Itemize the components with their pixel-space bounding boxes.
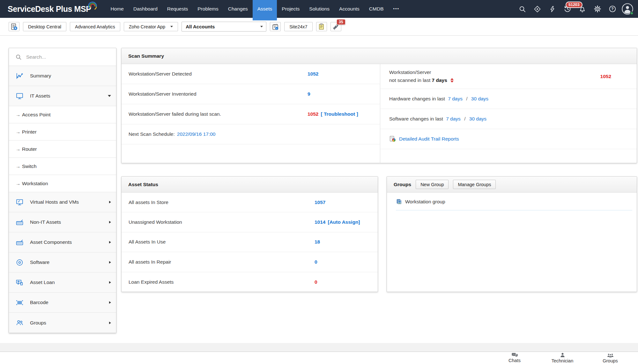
keyboard-icon	[15, 238, 24, 246]
accounts-filter-select[interactable]: All Accounts	[182, 22, 266, 32]
quick-actions-icon[interactable]	[545, 0, 560, 18]
auto-assign-link[interactable]: [Auto Assign]	[328, 219, 360, 225]
scan-schedule-info-button[interactable]	[270, 22, 281, 31]
zoho-creator-dropdown[interactable]: Zoho Creator App	[124, 22, 178, 31]
sidebar-item-it-assets[interactable]: IT Assets	[9, 86, 116, 106]
sidebar-item-label: Virtual Hosts and VMs	[30, 199, 79, 205]
sidebar-item-virtual-hosts[interactable]: Virtual Hosts and VMs	[9, 192, 116, 212]
unassigned-count-link[interactable]: 1014	[315, 219, 325, 225]
history-icon[interactable]: 51203	[560, 0, 575, 18]
scan-summary-left-column: Workstation/Server Detected 1052 Worksta…	[122, 64, 380, 163]
desktop-central-button[interactable]: Desktop Central	[23, 22, 66, 31]
clipboard-notes-button[interactable]	[316, 22, 327, 31]
chevron-right-icon	[109, 261, 111, 264]
sidebar-item-asset-loan[interactable]: Asset Loan	[9, 273, 116, 293]
software-7days-link[interactable]: 7 days	[446, 116, 461, 121]
hardware-30days-link[interactable]: 30 days	[471, 96, 488, 101]
advanced-analytics-button[interactable]: Advanced Analytics	[70, 22, 120, 31]
row-label: Workstation/Server failed during last sc…	[129, 111, 308, 117]
manage-groups-button[interactable]: Manage Groups	[453, 180, 496, 189]
footer-groups[interactable]: Groups	[586, 353, 634, 363]
software-30days-link[interactable]: 30 days	[469, 116, 486, 121]
global-search-icon[interactable]	[515, 0, 530, 18]
in-use-count-link[interactable]: 18	[315, 239, 320, 245]
tab-dashboard[interactable]: Dashboard	[129, 0, 162, 18]
new-group-button[interactable]: New Group	[416, 180, 449, 189]
next-scan-date-link[interactable]: 2022/09/16 17:00	[177, 131, 216, 137]
footer-item-label: Chats	[508, 358, 521, 363]
row-label: Workstation/Server not scanned in last 7…	[389, 69, 454, 84]
notifications-count-badge[interactable]: 51203	[566, 2, 582, 8]
sidebar-item-groups[interactable]: Groups	[9, 313, 116, 333]
tab-more-menu[interactable]: •••	[388, 0, 404, 18]
footer-item-label: Technician	[552, 358, 574, 363]
in-repair-count-link[interactable]: 0	[315, 259, 317, 265]
search-input[interactable]	[26, 54, 103, 60]
help-icon[interactable]: ?	[605, 0, 620, 18]
row-label: Hardware changes in last 7 days / 30 day…	[389, 95, 488, 103]
collaboration-footer: Chats Technician Groups	[0, 352, 638, 364]
gear-icon[interactable]	[590, 0, 605, 18]
detected-count-link[interactable]: 1052	[308, 71, 318, 77]
assets-sidebar: Summary IT Assets → Access Point → Print…	[9, 48, 116, 333]
integrations-toolbar: Desktop Central Advanced Analytics Zoho …	[0, 18, 638, 36]
row-label: Loan Expired Assets	[129, 279, 315, 285]
scan-row-next-schedule: Next Scan Schedule: 2022/09/16 17:00	[122, 124, 380, 144]
tab-assets[interactable]: Assets	[253, 0, 277, 20]
tab-problems[interactable]: Problems	[193, 0, 223, 18]
chevron-right-icon	[109, 221, 111, 223]
site24x7-button[interactable]: Site24x7	[284, 22, 312, 31]
asset-status-header: Asset Status	[122, 177, 378, 193]
sidebar-item-label: Printer	[22, 129, 37, 135]
user-avatar[interactable]	[620, 0, 635, 18]
tab-cmdb[interactable]: CMDB	[364, 0, 389, 18]
panel-title: Scan Summary	[128, 53, 164, 59]
inventoried-count-link[interactable]: 9	[308, 91, 310, 97]
tab-changes[interactable]: Changes	[223, 0, 253, 18]
add-license-icon[interactable]	[530, 0, 545, 18]
failed-count[interactable]: 1052	[308, 111, 318, 117]
logo-swoosh-icon	[87, 0, 98, 11]
sidebar-item-software[interactable]: Software	[9, 252, 116, 273]
groups-icon	[607, 353, 614, 358]
in-store-count-link[interactable]: 1057	[315, 200, 325, 205]
sidebar-item-printer[interactable]: → Printer	[9, 123, 116, 141]
sidebar-item-non-it-assets[interactable]: Non-IT Assets	[9, 212, 116, 232]
sidebar-item-switch[interactable]: → Switch	[9, 158, 116, 175]
troubleshoot-link[interactable]: [ Troubleshoot ]	[321, 111, 358, 117]
add-document-button[interactable]	[9, 22, 19, 31]
footer-technician[interactable]: Technician	[538, 353, 586, 363]
hardware-7days-link[interactable]: 7 days	[448, 96, 463, 101]
chevron-right-icon	[109, 301, 111, 304]
tab-projects[interactable]: Projects	[277, 0, 304, 18]
top-nav: ServiceDesk Plus MSP Home Dashboard Requ…	[0, 0, 638, 18]
sidebar-search[interactable]	[9, 48, 116, 66]
announcements-count-badge[interactable]: 35	[337, 19, 345, 25]
sidebar-item-access-point[interactable]: → Access Point	[9, 106, 116, 123]
chats-icon	[511, 353, 518, 358]
tab-accounts[interactable]: Accounts	[334, 0, 364, 18]
people-icon	[15, 319, 24, 327]
tab-home[interactable]: Home	[106, 0, 129, 18]
sort-arrows-icon[interactable]	[450, 78, 454, 83]
sidebar-item-summary[interactable]: Summary	[9, 66, 116, 86]
sidebar-item-router[interactable]: → Router	[9, 141, 116, 158]
sidebar-item-asset-components[interactable]: Asset Components	[9, 232, 116, 252]
not-scanned-count-link[interactable]: 1052	[600, 74, 611, 79]
sidebar-item-barcode[interactable]: Barcode	[9, 293, 116, 313]
not-scanned-period-toggle[interactable]: 7 days	[432, 77, 447, 83]
loan-expired-count[interactable]: 0	[315, 279, 317, 285]
nav-tabs: Home Dashboard Requests Problems Changes…	[106, 0, 404, 18]
tab-solutions[interactable]: Solutions	[304, 0, 334, 18]
scan-summary-header: Scan Summary	[122, 48, 637, 64]
tab-requests[interactable]: Requests	[162, 0, 193, 18]
app-logo[interactable]: ServiceDesk Plus MSP	[0, 0, 106, 18]
row-label: All assets In Store	[129, 200, 315, 205]
sidebar-item-label: Non-IT Assets	[30, 219, 61, 225]
group-list-item[interactable]: Workstation group	[396, 199, 632, 210]
scan-row-inventoried: Workstation/Server Inventoried 9	[122, 84, 380, 104]
footer-chats[interactable]: Chats	[491, 353, 538, 363]
sidebar-item-workstation[interactable]: → Workstation	[9, 175, 116, 192]
technician-icon	[560, 353, 565, 358]
audit-trail-reports-link[interactable]: Detailed Audit Trail Reports	[399, 136, 459, 142]
